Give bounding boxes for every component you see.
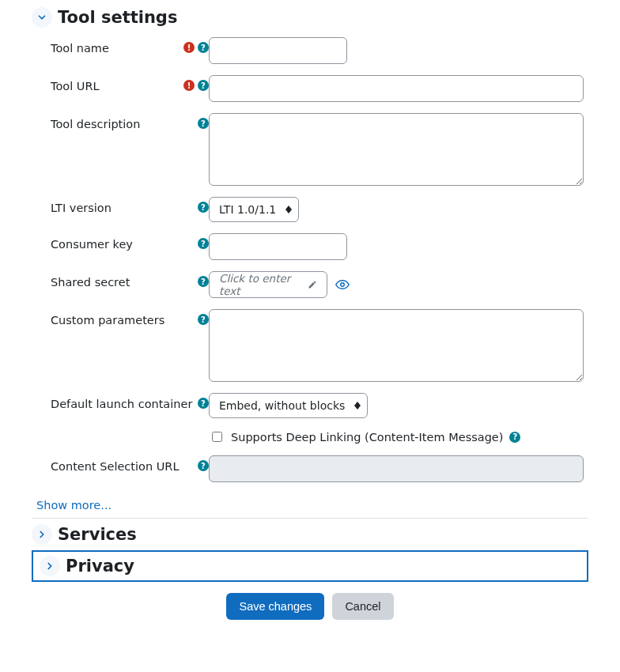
label-shared-secret: Shared secret xyxy=(51,276,130,289)
help-icon[interactable]: ? xyxy=(198,238,209,249)
section-services-header[interactable]: Services xyxy=(32,523,588,546)
label-tool-url: Tool URL xyxy=(51,80,100,92)
deep-linking-checkbox[interactable] xyxy=(212,432,222,442)
row-consumer-key: Consumer key ? xyxy=(51,228,584,266)
select-caret-icon xyxy=(354,402,361,410)
lti-version-select[interactable]: LTI 1.0/1.1 xyxy=(209,197,299,222)
tool-name-input[interactable] xyxy=(209,37,347,64)
cancel-button[interactable]: Cancel xyxy=(332,593,393,620)
help-icon[interactable]: ? xyxy=(198,42,209,53)
chevron-right-icon xyxy=(32,524,52,545)
content-selection-url-input xyxy=(209,455,584,482)
pencil-icon xyxy=(308,279,317,290)
shared-secret-placeholder: Click to enter text xyxy=(219,272,301,297)
section-services-title: Services xyxy=(58,525,137,544)
row-deep-linking: Supports Deep Linking (Content-Item Mess… xyxy=(51,424,584,450)
section-privacy-title: Privacy xyxy=(66,557,134,576)
custom-parameters-textarea[interactable] xyxy=(209,309,584,382)
section-privacy-highlight: Privacy xyxy=(32,550,588,582)
tool-url-input[interactable] xyxy=(209,75,584,102)
shared-secret-input[interactable]: Click to enter text xyxy=(209,271,327,298)
tool-settings-body: Tool name ! ? Tool URL ! ? xyxy=(32,28,588,491)
tool-description-textarea[interactable] xyxy=(209,113,584,186)
label-lti-version: LTI version xyxy=(51,202,112,214)
help-icon[interactable]: ? xyxy=(198,314,209,325)
section-tool-settings-header[interactable]: Tool settings xyxy=(32,6,588,28)
reveal-secret-button[interactable] xyxy=(335,277,350,292)
label-deep-linking: Supports Deep Linking (Content-Item Mess… xyxy=(231,431,503,444)
row-tool-description: Tool description ? xyxy=(51,108,584,191)
row-launch-container: Default launch container ? Embed, withou… xyxy=(51,387,584,424)
row-content-selection-url: Content Selection URL ? xyxy=(51,450,584,488)
label-custom-parameters: Custom parameters xyxy=(51,314,164,327)
row-shared-secret: Shared secret ? Click to enter text xyxy=(51,266,584,304)
svg-point-0 xyxy=(341,283,345,287)
section-services: Services xyxy=(32,523,588,546)
chevron-down-icon xyxy=(32,7,52,28)
launch-container-select[interactable]: Embed, without blocks xyxy=(209,393,368,418)
consumer-key-input[interactable] xyxy=(209,233,347,260)
button-row: Save changes Cancel xyxy=(32,593,588,620)
row-custom-parameters: Custom parameters ? xyxy=(51,304,584,387)
required-icon: ! xyxy=(183,80,195,91)
row-lti-version: LTI version ? LTI 1.0/1.1 xyxy=(51,191,584,228)
select-caret-icon xyxy=(285,206,292,213)
required-icon: ! xyxy=(183,42,195,53)
help-icon[interactable]: ? xyxy=(509,432,520,443)
help-icon[interactable]: ? xyxy=(198,460,209,471)
launch-container-value: Embed, without blocks xyxy=(219,399,345,412)
save-button[interactable]: Save changes xyxy=(226,593,324,620)
lti-version-value: LTI 1.0/1.1 xyxy=(219,203,276,216)
label-launch-container: Default launch container xyxy=(51,398,192,410)
row-tool-name: Tool name ! ? xyxy=(51,32,584,70)
help-icon[interactable]: ? xyxy=(198,398,209,409)
section-privacy-header[interactable]: Privacy xyxy=(40,555,580,577)
section-tool-settings: Tool settings Tool name ! ? Tool URL ! xyxy=(32,6,588,519)
row-tool-url: Tool URL ! ? xyxy=(51,70,584,108)
help-icon[interactable]: ? xyxy=(198,202,209,213)
divider xyxy=(32,518,588,519)
label-tool-description: Tool description xyxy=(51,118,140,130)
section-tool-settings-title: Tool settings xyxy=(58,8,177,27)
chevron-right-icon xyxy=(40,556,60,576)
help-icon[interactable]: ? xyxy=(198,276,209,287)
label-consumer-key: Consumer key xyxy=(51,238,133,251)
help-icon[interactable]: ? xyxy=(198,80,209,91)
help-icon[interactable]: ? xyxy=(198,118,209,129)
label-tool-name: Tool name xyxy=(51,42,109,55)
show-more-link[interactable]: Show more... xyxy=(36,499,588,512)
label-content-selection-url: Content Selection URL xyxy=(51,460,179,473)
